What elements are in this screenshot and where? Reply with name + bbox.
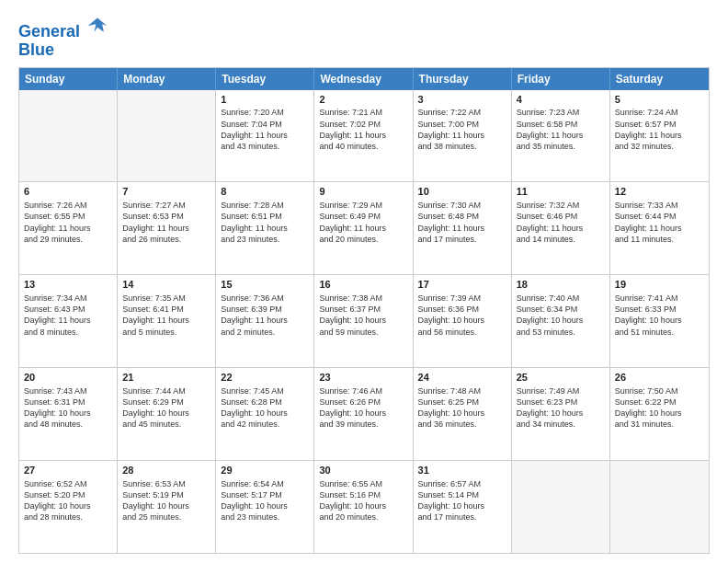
header-day-friday: Friday (512, 68, 610, 90)
cell-details: Sunrise: 7:35 AMSunset: 6:41 PMDaylight:… (122, 293, 210, 338)
day-number: 3 (418, 93, 506, 107)
day-number: 14 (122, 278, 210, 292)
calendar-cell (19, 90, 118, 182)
header-day-wednesday: Wednesday (314, 68, 413, 90)
calendar-cell: 10Sunrise: 7:30 AMSunset: 6:48 PMDayligh… (414, 182, 512, 274)
logo-bird-icon (86, 15, 108, 37)
header-day-sunday: Sunday (19, 68, 118, 90)
logo-content: General Blue (18, 15, 108, 60)
cell-details: Sunrise: 7:26 AMSunset: 6:55 PMDaylight:… (24, 200, 112, 245)
calendar-cell (512, 461, 610, 553)
cell-details: Sunrise: 7:44 AMSunset: 6:29 PMDaylight:… (122, 385, 210, 431)
cell-details: Sunrise: 7:41 AMSunset: 6:33 PMDaylight:… (615, 293, 704, 338)
cell-details: Sunrise: 7:40 AMSunset: 6:34 PMDaylight:… (517, 293, 605, 338)
cell-details: Sunrise: 7:45 AMSunset: 6:28 PMDaylight:… (221, 385, 309, 431)
day-number: 23 (319, 371, 407, 385)
day-number: 17 (418, 278, 506, 292)
calendar-row-4: 27Sunrise: 6:52 AMSunset: 5:20 PMDayligh… (19, 460, 709, 553)
logo-text: General (18, 15, 108, 41)
calendar-cell: 4Sunrise: 7:23 AMSunset: 6:58 PMDaylight… (512, 90, 610, 182)
calendar-cell: 28Sunrise: 6:53 AMSunset: 5:19 PMDayligh… (118, 461, 216, 553)
calendar-cell: 19Sunrise: 7:41 AMSunset: 6:33 PMDayligh… (610, 275, 709, 367)
cell-details: Sunrise: 7:39 AMSunset: 6:36 PMDaylight:… (418, 293, 506, 338)
calendar-cell: 16Sunrise: 7:38 AMSunset: 6:37 PMDayligh… (314, 275, 413, 367)
header-day-monday: Monday (118, 68, 216, 90)
cell-details: Sunrise: 7:49 AMSunset: 6:23 PMDaylight:… (517, 385, 605, 431)
calendar-cell: 6Sunrise: 7:26 AMSunset: 6:55 PMDaylight… (19, 182, 118, 274)
cell-details: Sunrise: 7:21 AMSunset: 7:02 PMDaylight:… (319, 107, 407, 152)
calendar-row-2: 13Sunrise: 7:34 AMSunset: 6:43 PMDayligh… (19, 274, 709, 367)
cell-details: Sunrise: 7:27 AMSunset: 6:53 PMDaylight:… (122, 200, 210, 245)
cell-details: Sunrise: 6:52 AMSunset: 5:20 PMDaylight:… (24, 478, 112, 523)
logo-general: General (18, 22, 80, 40)
cell-details: Sunrise: 7:20 AMSunset: 7:04 PMDaylight:… (221, 107, 309, 152)
calendar-cell: 23Sunrise: 7:46 AMSunset: 6:26 PMDayligh… (314, 368, 413, 460)
calendar-cell: 24Sunrise: 7:48 AMSunset: 6:25 PMDayligh… (414, 368, 512, 460)
day-number: 11 (517, 185, 605, 199)
calendar-cell: 12Sunrise: 7:33 AMSunset: 6:44 PMDayligh… (610, 182, 709, 274)
calendar-cell: 18Sunrise: 7:40 AMSunset: 6:34 PMDayligh… (512, 275, 610, 367)
cell-details: Sunrise: 7:24 AMSunset: 6:57 PMDaylight:… (615, 107, 704, 152)
calendar-cell: 20Sunrise: 7:43 AMSunset: 6:31 PMDayligh… (19, 368, 118, 460)
day-number: 22 (221, 371, 309, 385)
day-number: 15 (221, 278, 309, 292)
day-number: 27 (24, 464, 112, 477)
cell-details: Sunrise: 7:29 AMSunset: 6:49 PMDaylight:… (319, 200, 407, 245)
day-number: 21 (122, 371, 210, 385)
calendar-cell: 15Sunrise: 7:36 AMSunset: 6:39 PMDayligh… (216, 275, 314, 367)
cell-details: Sunrise: 7:30 AMSunset: 6:48 PMDaylight:… (418, 200, 506, 245)
day-number: 5 (615, 93, 704, 107)
day-number: 10 (418, 185, 506, 199)
day-number: 30 (319, 464, 407, 477)
calendar-cell: 22Sunrise: 7:45 AMSunset: 6:28 PMDayligh… (216, 368, 314, 460)
calendar-cell: 21Sunrise: 7:44 AMSunset: 6:29 PMDayligh… (118, 368, 216, 460)
calendar-cell: 8Sunrise: 7:28 AMSunset: 6:51 PMDaylight… (216, 182, 314, 274)
cell-details: Sunrise: 6:57 AMSunset: 5:14 PMDaylight:… (418, 478, 506, 523)
cell-details: Sunrise: 7:43 AMSunset: 6:31 PMDaylight:… (24, 385, 112, 431)
day-number: 2 (319, 93, 407, 107)
cell-details: Sunrise: 7:50 AMSunset: 6:22 PMDaylight:… (615, 385, 704, 431)
calendar-header: SundayMondayTuesdayWednesdayThursdayFrid… (19, 68, 709, 90)
logo-blue: Blue (18, 41, 108, 60)
day-number: 25 (517, 371, 605, 385)
day-number: 31 (418, 464, 506, 477)
day-number: 29 (221, 464, 309, 477)
day-number: 28 (122, 464, 210, 477)
calendar-cell: 25Sunrise: 7:49 AMSunset: 6:23 PMDayligh… (512, 368, 610, 460)
calendar-cell: 30Sunrise: 6:55 AMSunset: 5:16 PMDayligh… (314, 461, 413, 553)
header-day-saturday: Saturday (610, 68, 709, 90)
day-number: 19 (615, 278, 704, 292)
svg-marker-0 (88, 17, 108, 31)
cell-details: Sunrise: 7:22 AMSunset: 7:00 PMDaylight:… (418, 107, 506, 152)
header-day-tuesday: Tuesday (216, 68, 314, 90)
calendar-body: 1Sunrise: 7:20 AMSunset: 7:04 PMDaylight… (19, 90, 709, 553)
day-number: 12 (615, 185, 704, 199)
calendar-cell: 13Sunrise: 7:34 AMSunset: 6:43 PMDayligh… (19, 275, 118, 367)
cell-details: Sunrise: 6:55 AMSunset: 5:16 PMDaylight:… (319, 478, 407, 523)
cell-details: Sunrise: 6:53 AMSunset: 5:19 PMDaylight:… (122, 478, 210, 523)
cell-details: Sunrise: 7:48 AMSunset: 6:25 PMDaylight:… (418, 385, 506, 431)
day-number: 7 (122, 185, 210, 199)
calendar-cell: 1Sunrise: 7:20 AMSunset: 7:04 PMDaylight… (216, 90, 314, 182)
day-number: 1 (221, 93, 309, 107)
day-number: 16 (319, 278, 407, 292)
calendar-cell: 5Sunrise: 7:24 AMSunset: 6:57 PMDaylight… (610, 90, 709, 182)
day-number: 13 (24, 278, 112, 292)
calendar: SundayMondayTuesdayWednesdayThursdayFrid… (18, 67, 710, 554)
day-number: 26 (615, 371, 704, 385)
calendar-cell: 29Sunrise: 6:54 AMSunset: 5:17 PMDayligh… (216, 461, 314, 553)
day-number: 20 (24, 371, 112, 385)
cell-details: Sunrise: 7:34 AMSunset: 6:43 PMDaylight:… (24, 293, 112, 338)
header-day-thursday: Thursday (414, 68, 512, 90)
calendar-row-3: 20Sunrise: 7:43 AMSunset: 6:31 PMDayligh… (19, 367, 709, 460)
calendar-cell: 9Sunrise: 7:29 AMSunset: 6:49 PMDaylight… (314, 182, 413, 274)
day-number: 9 (319, 185, 407, 199)
day-number: 24 (418, 371, 506, 385)
calendar-cell (610, 461, 709, 553)
cell-details: Sunrise: 7:38 AMSunset: 6:37 PMDaylight:… (319, 293, 407, 338)
calendar-cell: 11Sunrise: 7:32 AMSunset: 6:46 PMDayligh… (512, 182, 610, 274)
cell-details: Sunrise: 6:54 AMSunset: 5:17 PMDaylight:… (221, 478, 309, 523)
calendar-cell: 14Sunrise: 7:35 AMSunset: 6:41 PMDayligh… (118, 275, 216, 367)
calendar-cell: 27Sunrise: 6:52 AMSunset: 5:20 PMDayligh… (19, 461, 118, 553)
day-number: 4 (517, 93, 605, 107)
